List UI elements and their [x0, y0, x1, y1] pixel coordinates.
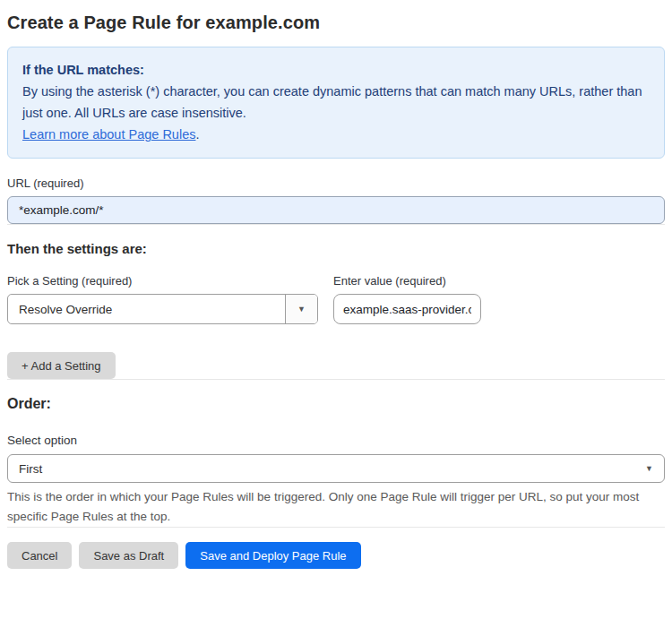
page-title: Create a Page Rule for example.com	[7, 13, 665, 33]
value-field-label: Enter value (required)	[333, 274, 481, 288]
footer-divider	[7, 527, 665, 528]
order-select-label: Select option	[7, 434, 665, 447]
setting-select-arrow-section[interactable]: ▼	[285, 295, 317, 323]
order-select-value: First	[19, 462, 42, 476]
save-and-deploy-button[interactable]: Save and Deploy Page Rule	[185, 542, 360, 569]
setting-value-column: Enter value (required)	[333, 256, 481, 324]
setting-value-input[interactable]	[333, 294, 481, 324]
footer-actions: Cancel Save as Draft Save and Deploy Pag…	[7, 542, 665, 569]
info-box-heading: If the URL matches:	[22, 59, 650, 81]
order-select[interactable]: First ▼	[7, 454, 665, 483]
info-box-link-line: Learn more about Page Rules.	[22, 124, 650, 145]
settings-row: Pick a Setting (required) Resolve Overri…	[7, 256, 665, 324]
setting-select-column: Pick a Setting (required) Resolve Overri…	[7, 256, 318, 324]
chevron-down-icon: ▼	[645, 465, 653, 473]
link-suffix-period: .	[195, 127, 199, 142]
section-divider	[7, 224, 665, 225]
page-rule-form: Create a Page Rule for example.com If th…	[0, 0, 672, 569]
add-setting-button[interactable]: + Add a Setting	[7, 352, 116, 379]
order-section-heading: Order:	[7, 396, 665, 412]
learn-more-link[interactable]: Learn more about Page Rules	[22, 127, 195, 142]
setting-select-value: Resolve Override	[8, 295, 285, 323]
section-divider	[7, 379, 665, 380]
settings-section-heading: Then the settings are:	[7, 241, 665, 256]
save-as-draft-button[interactable]: Save as Draft	[79, 542, 178, 569]
order-help-text: This is the order in which your Page Rul…	[7, 487, 652, 527]
info-box-body: By using the asterisk (*) character, you…	[22, 81, 650, 124]
url-match-info-box: If the URL matches: By using the asteris…	[7, 47, 665, 159]
setting-select[interactable]: Resolve Override ▼	[7, 294, 318, 324]
chevron-down-icon: ▼	[297, 305, 306, 314]
setting-select-label: Pick a Setting (required)	[7, 274, 318, 288]
url-field-label: URL (required)	[7, 176, 665, 190]
url-input[interactable]	[7, 196, 665, 224]
cancel-button[interactable]: Cancel	[7, 542, 72, 569]
